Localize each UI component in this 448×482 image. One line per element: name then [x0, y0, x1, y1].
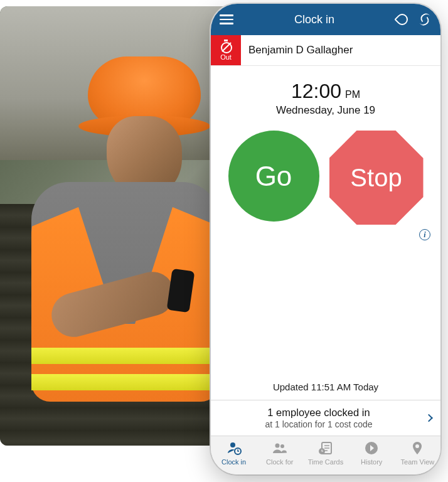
gps-icon[interactable]	[395, 13, 409, 26]
nav-label: Clock for	[266, 458, 293, 466]
ampm: PM	[345, 89, 360, 100]
chevron-right-icon	[425, 414, 433, 422]
nav-clock-for[interactable]: Clock for	[257, 440, 302, 466]
sync-icon[interactable]	[418, 13, 432, 26]
svg-point-10	[415, 444, 419, 448]
app-header: Clock in	[211, 4, 440, 35]
updated-text: Updated 11:51 AM Today	[273, 382, 378, 392]
current-date: Wednesday, June 19	[276, 104, 375, 117]
current-time: 12:00	[291, 80, 341, 103]
summary-sub: at 1 location for 1 cost code	[220, 419, 418, 429]
main-area: 12:00 PM Wednesday, June 19 Go Stop i Up…	[211, 66, 440, 400]
nav-label: Clock in	[221, 458, 246, 466]
nav-label: History	[361, 458, 382, 466]
go-button[interactable]: Go	[228, 131, 319, 222]
person-clock-icon	[226, 440, 242, 456]
phone-mockup: Clock in Out Benjamin D Gallagher 12:00 …	[211, 4, 440, 474]
info-icon[interactable]: i	[419, 229, 430, 240]
screen-title: Clock in	[233, 13, 395, 26]
clock-status-badge: Out	[211, 35, 241, 65]
bottom-nav: Clock in Clock for Time Cards History Te…	[211, 436, 440, 474]
user-row: Out Benjamin D Gallagher	[211, 35, 440, 66]
people-icon	[272, 440, 288, 456]
map-pin-icon	[409, 440, 425, 456]
nav-clock-in[interactable]: Clock in	[211, 440, 257, 466]
time-card-icon	[317, 440, 334, 456]
summary-main: 1 employee clocked in	[220, 407, 418, 419]
nav-label: Time Cards	[308, 458, 343, 466]
nav-team-view[interactable]: Team View	[395, 440, 440, 466]
nav-label: Team View	[401, 458, 435, 466]
employees-summary[interactable]: 1 employee clocked in at 1 location for …	[211, 400, 440, 436]
user-name: Benjamin D Gallagher	[241, 44, 353, 56]
worker-figure	[13, 56, 232, 402]
nav-time-cards[interactable]: Time Cards	[302, 440, 348, 466]
menu-icon[interactable]	[220, 14, 233, 24]
nav-history[interactable]: History	[349, 440, 395, 466]
stopwatch-icon	[220, 40, 232, 53]
history-icon	[363, 440, 380, 456]
status-label: Out	[220, 53, 232, 61]
svg-point-0	[230, 442, 235, 447]
stop-button[interactable]: Stop	[329, 131, 424, 225]
svg-point-2	[275, 444, 279, 448]
svg-point-3	[280, 444, 284, 448]
